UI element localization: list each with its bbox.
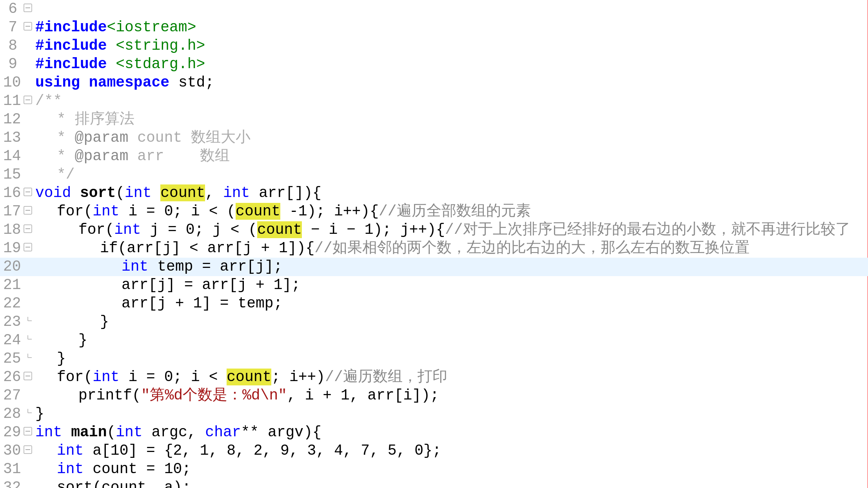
code-line: 32sort(count, a); bbox=[0, 479, 868, 488]
line-number: 16 bbox=[3, 184, 24, 202]
code-line: 25} bbox=[0, 350, 868, 368]
code-content: } bbox=[78, 332, 868, 349]
code-line: 20int temp = arr[j]; bbox=[0, 258, 868, 276]
code-line: 24} bbox=[0, 331, 868, 350]
line-number: 14 bbox=[3, 148, 24, 165]
fold-icon[interactable] bbox=[24, 426, 35, 439]
code-line: 7#include<iostream> bbox=[0, 18, 868, 37]
code-content: int count = 10; bbox=[57, 461, 868, 478]
code-content: } bbox=[57, 350, 868, 368]
fold-icon[interactable] bbox=[24, 187, 35, 200]
fold-icon[interactable] bbox=[24, 224, 35, 237]
code-area[interactable]: 67#include<iostream>8#include <string.h>… bbox=[0, 0, 868, 488]
code-content: using namespace std; bbox=[35, 74, 868, 92]
code-line: 21arr[j] = arr[j + 1]; bbox=[0, 276, 868, 295]
code-editor: 67#include<iostream>8#include <string.h>… bbox=[0, 0, 868, 488]
code-line: 14* @param arr 数组 bbox=[0, 147, 868, 166]
line-number: 18 bbox=[3, 221, 24, 239]
code-line: 23} bbox=[0, 313, 868, 331]
line-number: 13 bbox=[3, 129, 24, 147]
line-number: 19 bbox=[3, 240, 24, 257]
line-number: 11 bbox=[3, 92, 24, 110]
code-line: 26for(int i = 0; i < count; i++)//遍历数组，打… bbox=[0, 368, 868, 387]
code-content: for(int i = 0; i < count; i++)//遍历数组，打印 bbox=[57, 369, 868, 386]
code-line: 28} bbox=[0, 405, 868, 423]
code-content: #include<iostream> bbox=[35, 19, 868, 36]
fold-icon[interactable] bbox=[24, 3, 35, 16]
code-line: 12* 排序算法 bbox=[0, 110, 868, 129]
line-number: 23 bbox=[3, 313, 24, 331]
line-number: 6 bbox=[3, 0, 24, 18]
code-line: 11/** bbox=[0, 92, 868, 110]
code-content: for(int i = 0; i < (count -1); i++){//遍历… bbox=[57, 203, 868, 221]
line-number: 25 bbox=[3, 350, 24, 368]
code-line: 18for(int j = 0; j < (count − i − 1); j+… bbox=[0, 221, 868, 239]
code-content: /** bbox=[35, 92, 868, 110]
line-number: 29 bbox=[3, 424, 24, 441]
code-content: for(int j = 0; j < (count − i − 1); j++)… bbox=[78, 221, 868, 239]
line-number: 20 bbox=[3, 258, 24, 276]
code-line: 19if(arr[j] < arr[j + 1]){//如果相邻的两个数，左边的… bbox=[0, 239, 868, 258]
line-number: 26 bbox=[3, 369, 24, 386]
fold-icon[interactable] bbox=[24, 95, 35, 108]
code-content: arr[j] = arr[j + 1]; bbox=[122, 277, 868, 294]
line-number: 10 bbox=[3, 74, 24, 92]
line-number: 8 bbox=[3, 37, 24, 55]
code-content: } bbox=[35, 405, 868, 423]
code-line: 29int main(int argc, char** argv){ bbox=[0, 423, 868, 442]
code-line: 10using namespace std; bbox=[0, 74, 868, 92]
code-content: int a[10] = {2, 1, 8, 2, 9, 3, 4, 7, 5, … bbox=[57, 442, 868, 460]
code-line: 13* @param count 数组大小 bbox=[0, 129, 868, 147]
code-content: * @param count 数组大小 bbox=[57, 129, 868, 147]
code-line: 16void sort(int count, int arr[]){ bbox=[0, 184, 868, 202]
code-line: 8#include <string.h> bbox=[0, 37, 868, 55]
code-line: 15*/ bbox=[0, 166, 868, 184]
code-line: 6 bbox=[0, 0, 868, 18]
code-content: arr[j + 1] = temp; bbox=[122, 295, 868, 313]
fold-icon[interactable] bbox=[24, 352, 35, 365]
fold-icon[interactable] bbox=[24, 334, 35, 347]
code-content: sort(count, a); bbox=[57, 479, 868, 488]
line-number: 24 bbox=[3, 332, 24, 349]
line-number: 17 bbox=[3, 203, 24, 221]
code-content: if(arr[j] < arr[j + 1]){//如果相邻的两个数，左边的比右… bbox=[100, 240, 868, 257]
code-content: */ bbox=[57, 166, 868, 184]
line-number: 32 bbox=[3, 479, 24, 488]
fold-icon[interactable] bbox=[24, 205, 35, 218]
line-number: 27 bbox=[3, 387, 24, 405]
line-number: 22 bbox=[3, 295, 24, 313]
code-content: * @param arr 数组 bbox=[57, 148, 868, 165]
fold-icon[interactable] bbox=[24, 316, 35, 329]
code-line: 22arr[j + 1] = temp; bbox=[0, 295, 868, 313]
fold-icon[interactable] bbox=[24, 408, 35, 421]
line-number: 9 bbox=[3, 56, 24, 73]
line-number: 28 bbox=[3, 405, 24, 423]
line-number: 12 bbox=[3, 111, 24, 128]
code-content: } bbox=[100, 313, 868, 331]
code-content: int main(int argc, char** argv){ bbox=[35, 424, 868, 441]
code-line: 17for(int i = 0; i < (count -1); i++){//… bbox=[0, 202, 868, 221]
line-number: 15 bbox=[3, 166, 24, 184]
fold-icon[interactable] bbox=[24, 21, 35, 34]
fold-icon[interactable] bbox=[24, 371, 35, 384]
fold-icon[interactable] bbox=[24, 445, 35, 457]
fold-icon[interactable] bbox=[24, 242, 35, 255]
code-line: 30int a[10] = {2, 1, 8, 2, 9, 3, 4, 7, 5… bbox=[0, 442, 868, 460]
code-line: 9#include <stdarg.h> bbox=[0, 55, 868, 74]
code-content: printf("第%d个数是：%d\n", i + 1, arr[i]); bbox=[78, 387, 868, 405]
code-content: #include <string.h> bbox=[35, 37, 868, 55]
line-number: 30 bbox=[3, 442, 24, 460]
line-number: 31 bbox=[3, 461, 24, 478]
line-number: 21 bbox=[3, 277, 24, 294]
code-line: 31int count = 10; bbox=[0, 460, 868, 479]
code-content: * 排序算法 bbox=[57, 111, 868, 128]
line-number: 7 bbox=[3, 19, 24, 36]
code-content: void sort(int count, int arr[]){ bbox=[35, 184, 868, 202]
code-content: int temp = arr[j]; bbox=[122, 258, 868, 276]
code-content: #include <stdarg.h> bbox=[35, 56, 868, 73]
code-line: 27printf("第%d个数是：%d\n", i + 1, arr[i]); bbox=[0, 387, 868, 405]
